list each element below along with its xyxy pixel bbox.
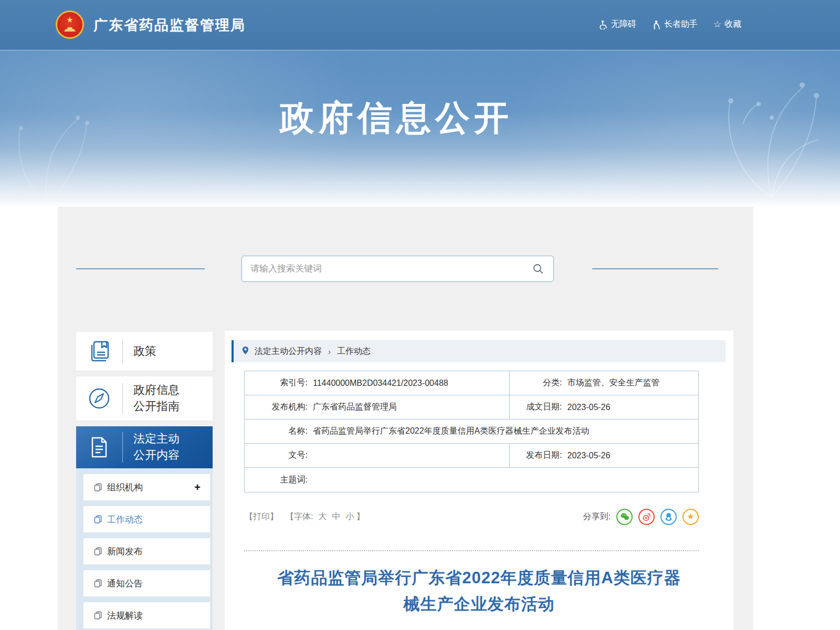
qq-share-icon[interactable] <box>660 509 677 525</box>
submenu-item-regulation-interpretation[interactable]: 法规解读 <box>83 602 210 628</box>
field-label: 索引号: <box>245 377 308 388</box>
search-icon[interactable] <box>531 262 545 276</box>
main-content-card: 政策 政府信息 公开指南 <box>58 207 753 630</box>
star-outline-icon: ☆ <box>713 20 721 29</box>
field-value: 广东省药品监督管理局 <box>313 402 397 413</box>
table-row: 索引号: 11440000MB2D034421/2023-00488 分类: 市… <box>245 371 698 395</box>
emblem-icon: ★ <box>56 10 84 39</box>
breadcrumb-item[interactable]: 工作动态 <box>337 346 371 357</box>
font-size-small-button[interactable]: 小 <box>345 511 354 522</box>
font-size-large-button[interactable]: 大 <box>318 511 327 522</box>
article-toolbar: 【打印】 【字体: 大 中 小 】 分享到: <box>245 508 699 525</box>
document-info-table: 索引号: 11440000MB2D034421/2023-00488 分类: 市… <box>244 371 699 492</box>
breadcrumb-separator: › <box>328 347 331 356</box>
elder-person-icon <box>652 20 661 29</box>
sidebar: 政策 政府信息 公开指南 <box>76 332 213 630</box>
document-icon <box>76 436 122 459</box>
sidebar-item-label: 法定主动 公开内容 <box>133 431 180 464</box>
table-row: 文号: 发布日期: 2023-05-26 <box>245 444 698 468</box>
pages-icon <box>94 611 102 620</box>
page-title: 政府信息公开 <box>0 94 816 142</box>
dotted-divider <box>244 550 699 551</box>
field-label: 名称: <box>245 426 308 437</box>
field-label: 分类: <box>510 377 562 388</box>
field-value: 2023-05-26 <box>568 451 611 460</box>
table-row: 发布机构: 广东省药品监督管理局 成文日期: 2023-05-26 <box>245 395 698 419</box>
pages-icon <box>94 483 102 491</box>
accessibility-link[interactable]: 无障碍 <box>598 19 636 30</box>
site-title: 广东省药品监督管理局 <box>93 16 246 35</box>
page: ★ 广东省药品监督管理局 无障碍 <box>0 0 840 630</box>
field-value: 11440000MB2D034421/2023-00488 <box>313 379 448 388</box>
search-input[interactable] <box>250 264 531 274</box>
table-row: 主题词: <box>245 468 698 492</box>
print-button[interactable]: 【打印】 <box>245 511 278 522</box>
field-value: 省药品监管局举行广东省2022年度质量信用A类医疗器械生产企业发布活动 <box>313 426 589 437</box>
share-label: 分享到: <box>583 511 611 522</box>
book-icon <box>76 340 122 363</box>
breadcrumb: 法定主动公开内容 › 工作动态 <box>232 340 726 362</box>
location-pin-icon <box>241 345 250 358</box>
sidebar-item-disclosure-guide[interactable]: 政府信息 公开指南 <box>76 376 213 421</box>
submenu-item-organization[interactable]: 组织机构 + <box>83 474 210 500</box>
header-links: 无障碍 长者助手 ☆ 收藏 <box>598 19 741 30</box>
sidebar-item-policy[interactable]: 政策 <box>76 332 213 371</box>
field-value: 市场监管、安全生产监管 <box>568 377 660 388</box>
field-label: 发布机构: <box>245 402 308 413</box>
qzone-share-icon[interactable]: ★ <box>682 509 699 525</box>
submenu-item-news[interactable]: 新闻发布 <box>83 538 210 564</box>
decorative-line <box>592 268 718 269</box>
pages-icon <box>94 515 102 523</box>
field-label: 文号: <box>245 450 308 461</box>
search-box <box>242 256 554 282</box>
sidebar-item-label: 政策 <box>133 343 156 360</box>
field-label: 成文日期: <box>510 402 562 413</box>
weibo-share-icon[interactable] <box>638 509 655 525</box>
national-emblem-logo: ★ <box>56 10 84 40</box>
wechat-share-icon[interactable] <box>616 509 633 525</box>
compass-icon <box>76 386 122 411</box>
article-title: 省药品监管局举行广东省2022年度质量信用A类医疗器械生产企业发布活动 <box>269 565 689 617</box>
font-size-medium-button[interactable]: 中 <box>332 511 340 522</box>
sidebar-submenu: 组织机构 + 工作动态 <box>76 468 213 630</box>
table-row: 名称: 省药品监管局举行广东省2022年度质量信用A类医疗器械生产企业发布活动 <box>245 419 698 444</box>
expand-plus-icon[interactable]: + <box>194 481 201 494</box>
content-panel: 法定主动公开内容 › 工作动态 索引号: 11440000MB2D034421/… <box>225 331 733 630</box>
favorite-link[interactable]: ☆ 收藏 <box>713 19 741 30</box>
submenu-item-notices[interactable]: 通知公告 <box>83 570 210 596</box>
font-size-control: 【字体: 大 中 小 】 <box>286 511 364 522</box>
elder-assist-link[interactable]: 长者助手 <box>652 19 698 30</box>
breadcrumb-item[interactable]: 法定主动公开内容 <box>255 346 322 357</box>
sidebar-item-statutory-disclosure[interactable]: 法定主动 公开内容 <box>76 426 213 468</box>
decorative-line <box>76 268 205 269</box>
field-label: 发布日期: <box>510 450 562 461</box>
site-header: ★ 广东省药品监督管理局 无障碍 <box>0 0 840 50</box>
wheelchair-icon <box>598 20 608 29</box>
submenu-item-work-updates[interactable]: 工作动态 <box>83 506 210 532</box>
field-label: 主题词: <box>245 475 308 486</box>
hero-banner: 政府信息公开 <box>0 50 840 208</box>
sidebar-item-label: 政府信息 公开指南 <box>133 382 180 415</box>
field-value: 2023-05-26 <box>568 403 611 412</box>
pages-icon <box>94 547 102 555</box>
pages-icon <box>94 579 102 587</box>
